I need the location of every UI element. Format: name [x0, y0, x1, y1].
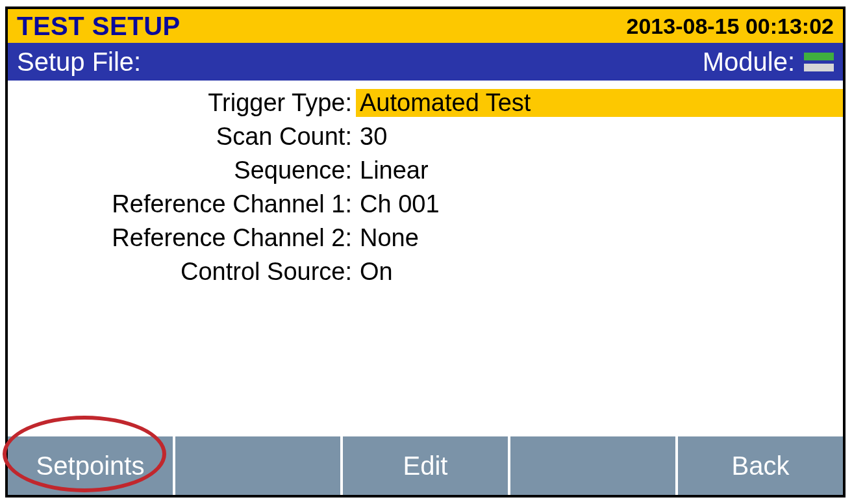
row-control-source[interactable]: Control Source: On — [8, 255, 843, 288]
label-trigger-type: Trigger Type: — [8, 89, 356, 117]
module-bar-active — [804, 53, 834, 60]
softkey-f4[interactable] — [510, 436, 675, 495]
row-scan-count[interactable]: Scan Count: 30 — [8, 120, 843, 153]
value-ref-channel-2: None — [356, 224, 843, 252]
value-sequence: Linear — [356, 157, 843, 184]
softkey-bar: Setpoints Edit Back — [8, 436, 843, 495]
softkey-f2[interactable] — [175, 436, 340, 495]
row-trigger-type[interactable]: Trigger Type: Automated Test — [8, 86, 843, 120]
setup-file-label: Setup File: — [17, 47, 141, 77]
value-trigger-type: Automated Test — [356, 89, 843, 117]
module-label: Module: — [703, 47, 795, 77]
label-control-source: Control Source: — [8, 258, 356, 286]
title-bar: TEST SETUP 2013-08-15 00:13:02 — [8, 9, 843, 43]
label-sequence: Sequence: — [8, 157, 356, 184]
screen: TEST SETUP 2013-08-15 00:13:02 Setup Fil… — [5, 6, 846, 498]
label-ref-channel-2: Reference Channel 2: — [8, 224, 356, 252]
value-scan-count: 30 — [356, 123, 843, 151]
label-ref-channel-1: Reference Channel 1: — [8, 190, 356, 218]
module-status-icon — [804, 53, 834, 71]
softkey-edit[interactable]: Edit — [343, 436, 508, 495]
timestamp: 2013-08-15 00:13:02 — [627, 14, 834, 39]
softkey-setpoints[interactable]: Setpoints — [8, 436, 173, 495]
value-ref-channel-1: Ch 001 — [356, 190, 843, 218]
label-scan-count: Scan Count: — [8, 123, 356, 151]
row-sequence[interactable]: Sequence: Linear — [8, 153, 843, 187]
value-control-source: On — [356, 258, 843, 286]
module-bar-inactive — [804, 64, 834, 71]
sub-bar: Setup File: Module: — [8, 43, 843, 81]
row-ref-channel-1[interactable]: Reference Channel 1: Ch 001 — [8, 187, 843, 221]
content-area: Trigger Type: Automated Test Scan Count:… — [8, 81, 843, 436]
screen-title: TEST SETUP — [17, 12, 181, 41]
softkey-back[interactable]: Back — [678, 436, 843, 495]
row-ref-channel-2[interactable]: Reference Channel 2: None — [8, 221, 843, 255]
